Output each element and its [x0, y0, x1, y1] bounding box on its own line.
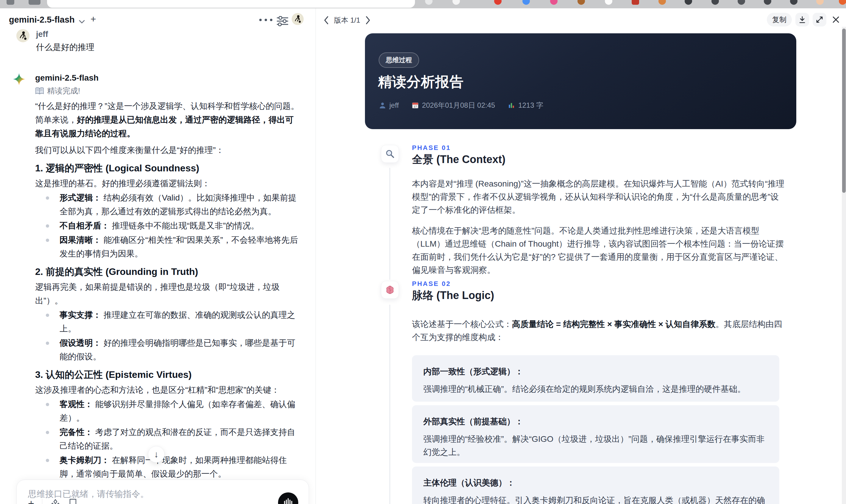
- report-meta: jeff 17 2026年01月08日 02:45 1213 字: [378, 101, 543, 110]
- extension-mask-icon[interactable]: [453, 0, 460, 5]
- card-title: 主体伦理（认识美德）：: [423, 477, 768, 488]
- profile-avatar-icon[interactable]: [816, 0, 824, 5]
- extension-panda-icon[interactable]: [605, 0, 612, 5]
- voice-input-button[interactable]: [278, 492, 298, 504]
- extension-split-icon[interactable]: [711, 0, 719, 5]
- close-button[interactable]: [830, 13, 842, 26]
- section-heading-1: 1. 逻辑的严密性 (Logical Soundness): [35, 162, 301, 174]
- copy-button[interactable]: 复制: [767, 13, 792, 26]
- expand-button[interactable]: [813, 13, 826, 26]
- address-bar[interactable]: [47, 0, 415, 8]
- report-title: 精读分析报告: [378, 73, 464, 91]
- bullet-dot-icon: [46, 313, 49, 317]
- bullet-dot-icon: [46, 342, 49, 345]
- version-label: 版本 1/1: [334, 16, 360, 25]
- list-item: 形式逻辑： 结构必须有效（Valid）。比如演绎推理中，如果前提全部为真，那么通…: [35, 191, 301, 218]
- model-selector[interactable]: gemini-2.5-flash: [9, 15, 75, 25]
- svg-text:17: 17: [413, 105, 417, 108]
- settings-sliders-icon[interactable]: [276, 16, 289, 26]
- bullet-dot-icon: [46, 196, 49, 200]
- section-lead-3: 这涉及推理者的心态和方法论，也是区分“杠精”和“思想家”的关键：: [35, 383, 301, 397]
- report-document: 思维过程 精读分析报告 jeff 17 2026年01月08日 02:45 12…: [365, 33, 796, 504]
- extension-grid-icon[interactable]: [790, 0, 797, 5]
- list-item: 客观性： 能够识别并尽量排除个人偏见（如幸存者偏差、确认偏差）。: [35, 397, 301, 425]
- browser-toolbar-fragment-icon: [6, 0, 14, 5]
- intro-paragraph: “什么是好的推理？”这是一个涉及逻辑学、认知科学和哲学核心的问题。简单来说，好的…: [35, 100, 301, 140]
- close-icon: [832, 16, 840, 24]
- report-hero-card: 思维过程 精读分析报告 jeff 17 2026年01月08日 02:45 12…: [365, 33, 796, 129]
- bullet-dot-icon: [46, 459, 49, 462]
- bullet-dot-icon: [46, 431, 49, 434]
- phase-2-title: 脉络 (The Logic): [412, 288, 494, 303]
- extension-shield-icon[interactable]: [494, 0, 501, 5]
- attach-plus-icon[interactable]: +: [28, 498, 34, 504]
- browser-chrome: [0, 0, 846, 8]
- assistant-status: 精读完成!: [35, 86, 80, 96]
- extension-pink-icon[interactable]: [550, 0, 558, 5]
- gemini-star-icon: [13, 73, 25, 86]
- chevron-right-icon[interactable]: [365, 16, 371, 25]
- card-text: 强调推理的“经验校准”。解决“GIGO（垃圾进，垃圾出）”问题，确保推理引擎运行…: [423, 433, 768, 459]
- assistant-status-text: 精读完成!: [47, 86, 80, 96]
- extension-blue-icon[interactable]: [523, 0, 530, 5]
- new-chat-button[interactable]: +: [90, 14, 96, 25]
- list-item: 事实支撑： 推理建立在可靠的数据、准确的观测或公认的真理之上。: [35, 308, 301, 336]
- download-button[interactable]: [795, 13, 809, 26]
- phase-2-lead: 该论述基于一个核心公式：高质量结论 = 结构完整性 × 事实准确性 × 认知自律…: [412, 318, 785, 344]
- bookmark-icon[interactable]: [69, 498, 77, 504]
- expand-icon: [815, 16, 824, 24]
- card-text: 强调推理的“机械正确”。结论必须在给定的规则系统内逻辑自洽，这是推理的硬件基础。: [423, 383, 768, 396]
- section-lead-2: 逻辑再完美，如果前提是错误的，推理也是垃圾（即“垃圾进，垃圾出”）。: [35, 280, 301, 308]
- phase-2-label: PHASE 02: [412, 280, 451, 288]
- bullet-dot-icon: [46, 224, 49, 228]
- report-badge: 思维过程: [378, 52, 419, 68]
- user-message-author: jeff: [36, 30, 48, 39]
- report-panel: 版本 1/1 复制 思维过程 精读分析报告 jeff: [316, 8, 846, 504]
- extension-pen-icon[interactable]: [738, 0, 745, 5]
- user-avatar[interactable]: [292, 13, 304, 25]
- person-icon: [378, 102, 386, 109]
- logic-card-1: 内部一致性（形式逻辑）： 强调推理的“机械正确”。结论必须在给定的规则系统内逻辑…: [412, 355, 779, 402]
- calendar-icon: 17: [411, 102, 419, 109]
- scroll-to-bottom-button[interactable]: ↓: [148, 446, 165, 463]
- user-message-text: 什么是好的推理: [36, 42, 94, 53]
- extension-red-square-icon[interactable]: [632, 0, 639, 5]
- logic-card-2: 外部真实性（前提基础）： 强调推理的“经验校准”。解决“GIGO（垃圾进，垃圾出…: [412, 405, 779, 463]
- extension-clock-icon[interactable]: [764, 0, 771, 5]
- book-icon: [35, 87, 44, 95]
- extension-flame-icon[interactable]: [839, 0, 846, 5]
- assistant-message-author: gemini-2.5-flash: [35, 73, 99, 83]
- list-item: 完备性： 考虑了对立的观点和潜在的反证，而不是只选择支持自己结论的证据。: [35, 426, 301, 453]
- list-item: 假设透明： 好的推理会明确指明哪些是已知事实，哪些是基于可能的假设。: [35, 336, 301, 364]
- phase-1-label: PHASE 01: [412, 144, 451, 152]
- card-title: 外部真实性（前提基础）：: [423, 416, 768, 427]
- phase-1-icon-box: [381, 145, 399, 163]
- message-composer[interactable]: 思维接口已就绪，请传输指令。 +: [16, 480, 309, 504]
- report-date: 17 2026年01月08日 02:45: [411, 101, 495, 110]
- scrollbar-thumb[interactable]: [842, 29, 846, 193]
- timeline-connector: [389, 168, 390, 280]
- extension-orange-sphere-icon[interactable]: [658, 0, 666, 5]
- section-heading-2: 2. 前提的真实性 (Grounding in Truth): [35, 266, 301, 277]
- sparkle-diamonds-icon[interactable]: [50, 498, 61, 504]
- chevron-left-icon[interactable]: [323, 16, 329, 25]
- section-lead-1: 这是推理的基石。好的推理必须遵循逻辑法则：: [35, 177, 301, 191]
- list-item: 不自相矛盾： 推理链条中不能出现“既是又非”的情况。: [35, 219, 301, 233]
- extension-sphere-icon[interactable]: [578, 0, 585, 5]
- list-item: 因果清晰： 能准确区分“相关性”和“因果关系”，不会轻率地将先后发生的事情归为因…: [35, 233, 301, 260]
- intro-paragraph-2: 我们可以从以下四个维度来衡量什么是“好的推理”：: [35, 143, 301, 157]
- extension-tool-icon[interactable]: [685, 0, 692, 5]
- section-heading-3: 3. 认知的公正性 (Epistemic Virtues): [35, 369, 301, 380]
- bullet-dot-icon: [46, 403, 49, 406]
- phase-1-title: 全景 (The Context): [412, 152, 506, 167]
- chevron-down-icon[interactable]: [78, 19, 86, 24]
- timeline-connector: [389, 305, 390, 504]
- magnifier-icon: [385, 149, 395, 159]
- download-icon: [798, 16, 806, 24]
- browser-apps-grid-icon: [29, 0, 40, 5]
- extension-icon[interactable]: [425, 0, 433, 5]
- more-options-icon[interactable]: [258, 18, 273, 22]
- phase-2-icon-box: [381, 281, 399, 299]
- phase-1-body: 本内容是对“推理 (Reasoning)”这一抽象概念的高层建模。在知识爆炸与人…: [412, 177, 785, 277]
- report-word-count: 1213 字: [508, 101, 543, 110]
